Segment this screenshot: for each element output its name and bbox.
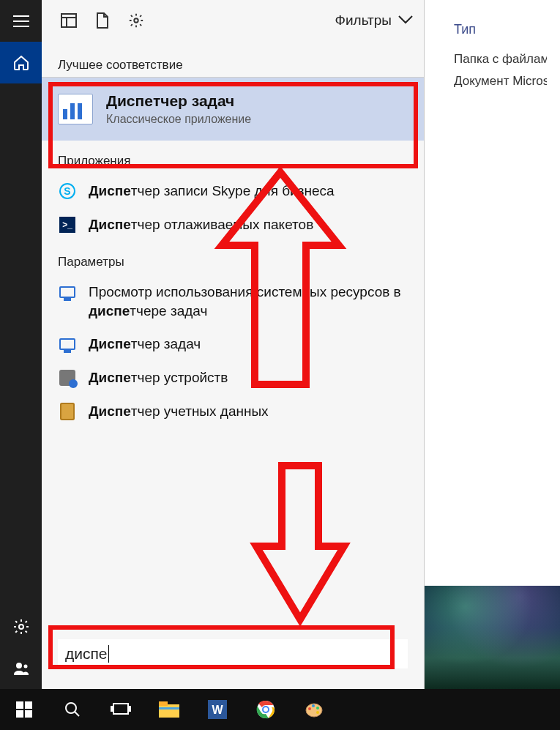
- task-manager-icon: [58, 94, 93, 124]
- column-header-type[interactable]: Тип: [454, 22, 547, 37]
- svg-rect-13: [159, 704, 179, 718]
- device-icon: [58, 368, 77, 387]
- svg-point-22: [308, 707, 311, 710]
- result-setting[interactable]: Диспетчер задач: [42, 327, 424, 361]
- feedback-icon[interactable]: [0, 647, 42, 689]
- svg-point-4: [134, 18, 138, 23]
- best-match-title: Диспетчер задач: [106, 92, 251, 110]
- search-value: диспе: [65, 645, 108, 663]
- paint-button[interactable]: [290, 689, 338, 730]
- svg-point-25: [316, 711, 319, 714]
- svg-rect-14: [159, 701, 168, 706]
- svg-rect-3: [61, 14, 76, 27]
- search-input[interactable]: диспе: [58, 639, 408, 668]
- explorer-row[interactable]: Документ Micros: [454, 74, 547, 89]
- svg-rect-10: [113, 704, 128, 714]
- cortana-sidebar: [0, 0, 42, 689]
- start-button[interactable]: [0, 689, 48, 730]
- result-app[interactable]: >_ Диспетчер отлаживаемых пакетов: [42, 208, 424, 242]
- apps-scope-icon[interactable]: [52, 0, 86, 42]
- chevron-down-icon: [397, 12, 414, 29]
- search-results-panel: Фильтры Лучшее соответствие Диспетчер за…: [42, 0, 425, 689]
- best-match-subtitle: Классическое приложение: [106, 113, 251, 126]
- text-caret: [108, 645, 109, 663]
- svg-text:W: W: [212, 704, 223, 716]
- best-match-result[interactable]: Диспетчер задач Классическое приложение: [42, 78, 424, 141]
- result-setting[interactable]: Диспетчер устройств: [42, 361, 424, 395]
- svg-point-1: [16, 663, 22, 668]
- svg-point-2: [23, 664, 27, 668]
- result-setting[interactable]: Диспетчер учетных данных: [42, 395, 424, 428]
- chrome-button[interactable]: [242, 689, 290, 730]
- svg-rect-12: [128, 706, 131, 712]
- svg-point-0: [19, 625, 23, 629]
- desktop-wallpaper: [425, 586, 560, 689]
- svg-rect-5: [16, 701, 23, 709]
- monitor-icon: [58, 335, 77, 354]
- gear-icon[interactable]: [0, 606, 42, 647]
- panel-toolbar: Фильтры: [42, 0, 424, 42]
- explorer-column-area: Тип Папка с файлам Документ Micros: [425, 0, 560, 88]
- monitor-icon: [58, 283, 77, 302]
- taskbar-search-button[interactable]: [48, 689, 97, 730]
- result-app[interactable]: S Диспетчер записи Skype для бизнеса: [42, 174, 424, 208]
- word-button[interactable]: W: [193, 689, 242, 730]
- svg-point-24: [316, 707, 319, 709]
- task-view-button[interactable]: [97, 689, 145, 730]
- section-best-match: Лучшее соответствие: [42, 42, 424, 78]
- section-settings: Параметры: [42, 242, 424, 272]
- home-icon[interactable]: [0, 42, 42, 83]
- skype-icon: S: [58, 182, 77, 201]
- svg-point-9: [66, 703, 76, 713]
- settings-scope-icon[interactable]: [119, 0, 153, 42]
- filters-dropdown[interactable]: Фильтры: [335, 12, 414, 29]
- svg-rect-8: [25, 710, 32, 718]
- filters-label: Фильтры: [335, 12, 392, 29]
- svg-rect-11: [111, 706, 113, 712]
- svg-rect-6: [25, 701, 32, 709]
- result-setting[interactable]: Просмотр использования системных ресурсо…: [42, 275, 424, 327]
- svg-rect-15: [159, 707, 179, 709]
- file-explorer-button[interactable]: [145, 689, 193, 730]
- svg-point-23: [312, 704, 315, 707]
- taskbar: W: [0, 689, 560, 730]
- explorer-row[interactable]: Папка с файлам: [454, 52, 547, 67]
- credential-icon: [58, 402, 77, 421]
- section-apps: Приложения: [42, 141, 424, 171]
- powershell-icon: >_: [58, 215, 77, 234]
- svg-point-20: [264, 707, 268, 712]
- documents-scope-icon[interactable]: [86, 0, 119, 42]
- svg-rect-7: [16, 710, 23, 718]
- hamburger-icon[interactable]: [0, 0, 42, 42]
